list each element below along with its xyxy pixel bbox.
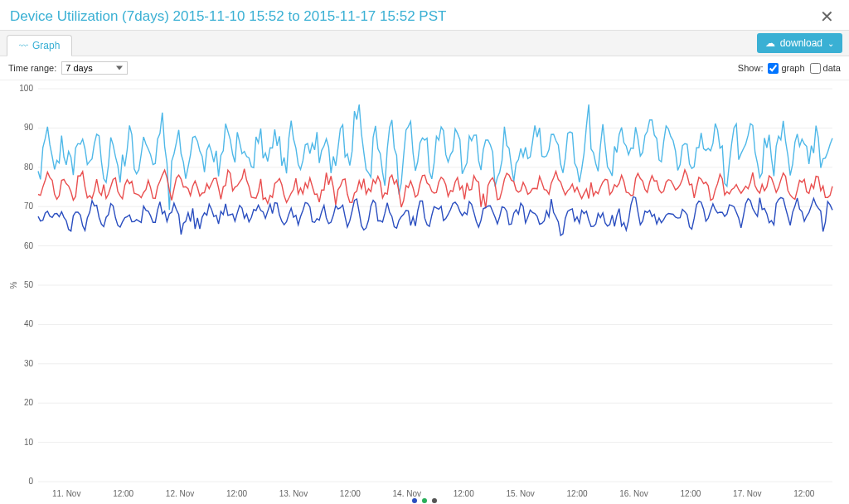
time-range-label: Time range: — [8, 63, 56, 73]
svg-text:30: 30 — [24, 359, 34, 368]
cloud-download-icon: ☁ — [765, 37, 775, 49]
graph-checkbox-input[interactable] — [768, 63, 779, 74]
graph-checkbox-label: graph — [781, 63, 804, 73]
legend-dot[interactable] — [432, 498, 437, 503]
tab-graph[interactable]: 〰 Graph — [7, 35, 72, 56]
svg-text:50: 50 — [24, 280, 34, 289]
svg-text:20: 20 — [24, 398, 34, 407]
data-checkbox-input[interactable] — [810, 63, 821, 74]
show-label: Show: — [738, 63, 764, 73]
show-graph-checkbox[interactable]: graph — [768, 63, 804, 74]
svg-text:%: % — [9, 281, 18, 288]
legend-dot[interactable] — [422, 498, 427, 503]
chevron-down-icon: ⌄ — [827, 39, 834, 48]
svg-text:80: 80 — [24, 162, 34, 172]
controls-bar: Time range: 7 days Show: graph data — [0, 56, 849, 80]
legend-dot[interactable] — [412, 498, 417, 503]
svg-text:0: 0 — [28, 477, 33, 486]
chart-svg: 0102030405060708090100%11. Nov12:0012. N… — [7, 84, 842, 504]
tab-graph-label: Graph — [32, 40, 60, 51]
svg-text:70: 70 — [24, 201, 34, 211]
download-button[interactable]: ☁ download ⌄ — [757, 33, 842, 53]
legend-dots — [7, 497, 842, 503]
svg-text:90: 90 — [24, 123, 34, 132]
svg-text:40: 40 — [24, 319, 34, 328]
download-label: download — [780, 37, 822, 49]
time-range-select[interactable]: 7 days — [61, 61, 128, 75]
tab-bar: 〰 Graph ☁ download ⌄ — [0, 30, 849, 56]
svg-text:10: 10 — [24, 438, 34, 447]
pulse-icon: 〰 — [19, 41, 28, 51]
page-title: Device Utilization (7days) 2015-11-10 15… — [10, 8, 446, 25]
show-data-checkbox[interactable]: data — [810, 63, 841, 74]
svg-text:60: 60 — [24, 241, 34, 250]
close-icon[interactable]: ✕ — [815, 7, 839, 27]
data-checkbox-label: data — [823, 63, 841, 73]
svg-text:100: 100 — [19, 84, 33, 93]
chart-area: 0102030405060708090100%11. Nov12:0012. N… — [7, 84, 842, 504]
